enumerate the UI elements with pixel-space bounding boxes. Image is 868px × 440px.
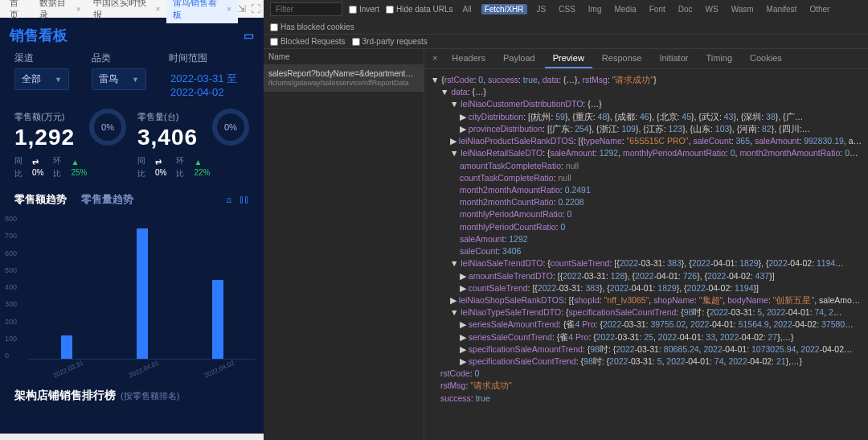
filter-input[interactable] — [270, 2, 342, 16]
filter-channel: 渠道 全部 ▼ — [14, 51, 69, 101]
filters: 渠道 全部 ▼ 品类 雷鸟 ▼ 时间范围 2022-03-31 至 2022-0… — [0, 50, 264, 106]
tabs-actions: ⇲ ⛶ — [238, 3, 260, 14]
filter-img[interactable]: Img — [585, 4, 605, 14]
hide-data-urls-checkbox[interactable]: Hide data URLs — [386, 5, 453, 14]
filter-font[interactable]: Font — [646, 4, 669, 14]
tab-initiator[interactable]: Initiator — [651, 49, 696, 68]
chevron-down-icon: ▼ — [132, 76, 139, 84]
filter-doc[interactable]: Doc — [675, 4, 696, 14]
devtools-panel: Invert Hide data URLs All Fetch/XHR JS C… — [264, 0, 868, 440]
rank-subtitle: (按零售额排名) — [121, 390, 179, 402]
name-column-header[interactable]: Name — [264, 49, 424, 65]
request-list: Name salesReport?bodyName=&departmentNam… — [264, 49, 424, 440]
filter-other[interactable]: Other — [806, 4, 833, 14]
close-icon[interactable]: × — [156, 5, 161, 14]
trend-tabs: 零售额趋势 零售量趋势 ⩍ ⫿⫿ — [0, 183, 264, 210]
tab-timing[interactable]: Timing — [698, 49, 740, 68]
horizontal-scrollbar[interactable] — [0, 434, 264, 440]
daterange-value[interactable]: 2022-03-31 至 2022-04-02 — [169, 68, 249, 101]
filter-category: 品类 雷鸟 ▼ — [92, 51, 146, 101]
network-body: Name salesReport?bodyName=&departmentNam… — [264, 49, 868, 440]
request-name: salesReport?bodyName=&departmentName… — [268, 68, 419, 79]
metric-amount: 零售额(万元) 1,292 同比 ⇄0% 环比 ▲25% 0% — [14, 111, 126, 179]
metric-count: 零售量(台) 3,406 同比 ⇄0% 环比 ▲22% 0% — [137, 111, 249, 179]
invert-checkbox[interactable]: Invert — [349, 5, 379, 14]
page-title: 销售看板 — [10, 26, 68, 45]
third-party-checkbox[interactable]: 3rd-party requests — [352, 37, 428, 46]
y-axis: 8007006005004003002001000 — [5, 215, 17, 360]
filter-label: 时间范围 — [169, 51, 249, 65]
metric-value: 1,292 — [14, 125, 87, 150]
dashboard-panel: 首页 数据目录× 中国区实时快报× 雷鸟销售看板× ⇲ ⛶ 销售看板 ▭ 渠道 … — [0, 0, 264, 440]
category-select[interactable]: 雷鸟 ▼ — [92, 68, 146, 90]
metric-detail: 同比 ⇄0% 环比 ▲22% — [137, 155, 210, 179]
filter-label: 品类 — [92, 51, 146, 65]
filter-css[interactable]: CSS — [555, 4, 579, 14]
chart-bars: 2022.03.312022.04.012022.04.02 — [29, 215, 256, 360]
blocked-requests-checkbox[interactable]: Blocked Requests — [270, 37, 346, 46]
blocked-cookies-checkbox[interactable]: Has blocked cookies — [270, 23, 354, 31]
filter-ws[interactable]: WS — [702, 4, 722, 14]
filter-daterange: 时间范围 2022-03-31 至 2022-04-02 — [169, 51, 249, 101]
fullscreen-icon[interactable]: ▭ — [244, 29, 254, 42]
filter-media[interactable]: Media — [611, 4, 639, 14]
tab-count-trend[interactable]: 零售量趋势 — [81, 192, 133, 207]
bar-chart-icon[interactable]: ⫿⫿ — [240, 194, 249, 205]
rank-title: 架构店铺销售排行榜 — [14, 389, 116, 403]
filter-js[interactable]: JS — [534, 4, 550, 14]
request-path: /tcloms/gateway/salesservice/nffReportDa… — [268, 79, 419, 88]
editor-tabs: 首页 数据目录× 中国区实时快报× 雷鸟销售看板× ⇲ ⛶ — [0, 0, 264, 18]
trend-chart: 8007006005004003002001000 2022.03.312022… — [0, 210, 264, 379]
filter-manifest[interactable]: Manifest — [764, 4, 800, 14]
tab-response[interactable]: Response — [594, 49, 650, 68]
collapse-icon[interactable]: ⇲ — [238, 3, 246, 14]
close-icon[interactable]: × — [76, 5, 81, 14]
select-value: 雷鸟 — [99, 72, 118, 86]
network-toolbar-1: Invert Hide data URLs All Fetch/XHR JS C… — [264, 0, 868, 35]
tab-cookies[interactable]: Cookies — [742, 49, 790, 68]
filter-label: 渠道 — [14, 51, 69, 65]
tab-amount-trend[interactable]: 零售额趋势 — [14, 192, 67, 207]
filter-fetch-xhr[interactable]: Fetch/XHR — [481, 4, 527, 14]
channel-select[interactable]: 全部 ▼ — [14, 68, 69, 90]
network-toolbar-2: Blocked Requests 3rd-party requests — [264, 35, 868, 49]
request-detail: × Headers Payload Preview Response Initi… — [424, 49, 868, 440]
select-value: 全部 — [22, 72, 41, 86]
metric-detail: 同比 ⇄0% 环比 ▲25% — [14, 155, 87, 179]
chevron-down-icon: ▼ — [55, 76, 62, 84]
json-preview[interactable]: ▼ {rstCode: 0, success: true, data: {…},… — [424, 69, 868, 440]
line-chart-icon[interactable]: ⩍ — [227, 194, 231, 205]
detail-tabs: × Headers Payload Preview Response Initi… — [424, 49, 868, 69]
filter-all[interactable]: All — [460, 4, 475, 14]
filter-wasm[interactable]: Wasm — [728, 4, 757, 14]
rank-section-title: 架构店铺销售排行榜 (按零售额排名) — [0, 379, 264, 408]
page-title-row: 销售看板 ▭ — [0, 18, 264, 50]
close-detail-icon[interactable]: × — [428, 49, 442, 68]
close-icon[interactable]: × — [227, 5, 231, 14]
progress-donut: 0% — [212, 109, 249, 146]
metrics: 零售额(万元) 1,292 同比 ⇄0% 环比 ▲25% 0% 零售量(台) — [0, 106, 264, 183]
progress-donut: 0% — [89, 109, 126, 146]
fullscreen-icon[interactable]: ⛶ — [251, 3, 260, 14]
tab-preview[interactable]: Preview — [545, 49, 592, 68]
tab-headers[interactable]: Headers — [444, 49, 493, 68]
metric-value: 3,406 — [137, 125, 210, 150]
request-row[interactable]: salesReport?bodyName=&departmentName… /t… — [264, 65, 424, 92]
tab-payload[interactable]: Payload — [495, 49, 543, 68]
